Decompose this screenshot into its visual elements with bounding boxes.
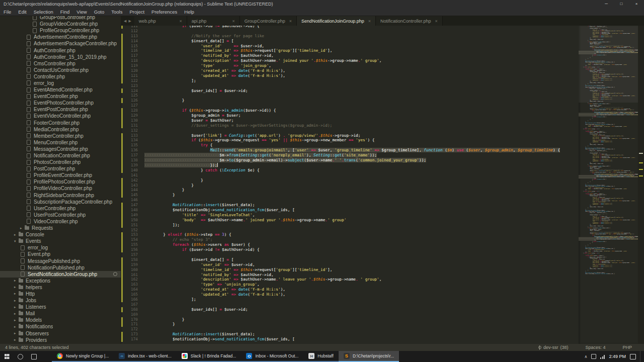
taskbar-app-code[interactable]: index.tsx - web-client... xyxy=(114,351,176,362)
task-view-button[interactable] xyxy=(27,351,41,362)
sidebar-item-FooterController.php[interactable]: FooterController.php xyxy=(0,120,121,126)
code-line-145[interactable]: 145 } xyxy=(121,193,579,198)
chevron-right-icon[interactable]: ▸ xyxy=(14,292,19,296)
code-line-135[interactable]: 135 try { xyxy=(121,143,579,148)
sidebar-item-Exceptions[interactable]: ▸Exceptions xyxy=(0,278,121,284)
code-line-132[interactable]: 132 xyxy=(121,128,579,133)
code-line-137[interactable]: 137································$m->f… xyxy=(121,153,579,158)
code-line-121[interactable]: 121 'updated_at' => date('Y-m-d H:i:s'), xyxy=(121,73,579,78)
sidebar-item-Http[interactable]: ▸Http xyxy=(0,291,121,297)
code-line-131[interactable]: 131 //$user_settings = $user->getUserSet… xyxy=(121,123,579,128)
menu-preferences[interactable]: Preferences xyxy=(148,9,181,15)
chevron-right-icon[interactable]: ▸ xyxy=(20,226,25,230)
chevron-right-icon[interactable]: ▸ xyxy=(14,318,19,322)
sidebar-item-Listeners[interactable]: ▸Listeners xyxy=(0,304,121,310)
sidebar-item-AuthController.php[interactable]: AuthController.php xyxy=(0,47,121,53)
taskbar-app-outlook[interactable]: Inbox - Microsoft Out... xyxy=(241,351,303,362)
code-line-140[interactable]: 140 } catch (\Exception $e) { xyxy=(121,168,579,173)
sidebar-item-EventPostController.php[interactable]: EventPostController.php xyxy=(0,106,121,113)
tab-NotificationController.php[interactable]: NotificationController.php× xyxy=(376,16,443,26)
code-line-116[interactable]: 116 'timeline_id' => $this->request['gro… xyxy=(121,48,579,53)
chevron-down-icon[interactable]: ▾ xyxy=(14,239,19,243)
sidebar-item-SubscriptionPackageController.php[interactable]: SubscriptionPackageController.php xyxy=(0,199,121,205)
code-line-169[interactable]: 169 xyxy=(121,312,579,317)
code-line-127[interactable]: 127 xyxy=(121,103,579,108)
sidebar-item-MemberController.php[interactable]: MemberController.php xyxy=(0,133,121,139)
sidebar-item-NotificationPublished.php[interactable]: NotificationPublished.php xyxy=(0,264,121,271)
sidebar-item-helpers[interactable]: ▸helpers xyxy=(0,284,121,291)
code-line-157[interactable]: 157 xyxy=(121,252,579,257)
code-line-155[interactable]: 155 foreach ($this->users as $user) { xyxy=(121,242,579,247)
clock[interactable]: 2:49 PM xyxy=(609,354,626,359)
maximize-button[interactable]: □ xyxy=(614,0,629,8)
sidebar-item-SendNotificationJoinGroup.php[interactable]: SendNotificationJoinGroup.php xyxy=(0,271,121,278)
vertical-scrollbar[interactable] xyxy=(638,26,644,344)
sidebar-item-Controller.php[interactable]: Controller.php xyxy=(0,73,121,80)
tab-scroll-right-icon[interactable]: ▶ xyxy=(128,19,131,23)
code-line-174[interactable]: 174 $notificationObj->send_notification_… xyxy=(121,337,579,342)
sidebar-item-error_log[interactable]: error_log xyxy=(0,244,121,251)
minimize-button[interactable]: ─ xyxy=(599,0,614,8)
tab-web.php[interactable]: web.php× xyxy=(134,16,187,26)
code-line-168[interactable]: 168 $user_ids[] = $user->id; xyxy=(121,307,579,312)
minimap-viewport[interactable] xyxy=(579,26,638,103)
code-line-160[interactable]: 160 'timeline_id' => $this->request['gro… xyxy=(121,267,579,273)
sidebar-item-ProfileGroupController.php[interactable]: ProfileGroupController.php xyxy=(0,27,121,34)
code-line-144[interactable]: 144 } xyxy=(121,188,579,193)
sidebar-item-CmsController.php[interactable]: CmsController.php xyxy=(0,60,121,67)
sidebar-item-NotificationController.php[interactable]: NotificationController.php xyxy=(0,152,121,159)
minimap[interactable]: if ($user->id != $authUser->id) { //Noti… xyxy=(579,26,638,344)
code-line-161[interactable]: 161 'notified_by' => $authUser->id, xyxy=(121,273,579,278)
code-line-130[interactable]: 130 $user = $authUser; xyxy=(121,118,579,123)
code-line-154[interactable]: 154 // echo "step 3"; xyxy=(121,237,579,242)
code-line-173[interactable]: 173 Notification::insert($insert_data); xyxy=(121,332,579,337)
code-line-134[interactable]: 134 if ($this->group->new_request == 'ye… xyxy=(121,138,579,143)
sidebar-item-UserPostController.php[interactable]: UserPostController.php xyxy=(0,212,121,218)
code-line-115[interactable]: 115 'user_id' => $user->id, xyxy=(121,44,579,49)
code-line-162[interactable]: 162 'description' => $authUser->name.' l… xyxy=(121,277,579,282)
menu-help[interactable]: Help xyxy=(181,9,198,15)
chevron-right-icon[interactable]: ▸ xyxy=(14,312,19,316)
sidebar-item-Notifications[interactable]: ▸Notifications xyxy=(0,323,121,330)
tab-SendNotificationJoinGroup.php[interactable]: SendNotificationJoinGroup.php× xyxy=(297,16,376,26)
code-line-151[interactable]: 151 ]); xyxy=(121,223,579,228)
code-line-166[interactable]: 166 ]; xyxy=(121,297,579,302)
code-line-170[interactable]: 170 } xyxy=(121,317,579,322)
code-line-147[interactable]: 147 Notification::insert($insert_data); xyxy=(121,203,579,208)
syntax-setting[interactable]: PHP xyxy=(622,345,632,350)
code-line-158[interactable]: 158 $insert_data[] = [ xyxy=(121,257,579,262)
code-line-124[interactable]: 124 $user_ids[] = $user->id; xyxy=(121,88,579,94)
code-line-113[interactable]: 113 //Notify the user for page like xyxy=(121,34,579,39)
code-editor[interactable]: 111 if ($user->id != $authUser->id) {112… xyxy=(121,26,644,344)
chevron-right-icon[interactable]: ▸ xyxy=(14,338,19,342)
action-center-icon[interactable] xyxy=(630,354,636,359)
sidebar-item-EventVideoController.php[interactable]: EventVideoController.php xyxy=(0,113,121,119)
menu-tools[interactable]: Tools xyxy=(108,9,126,15)
taskbar-app-chrome[interactable]: Newly single Group |... xyxy=(52,351,114,362)
menu-selection[interactable]: Selection xyxy=(30,9,57,15)
cortana-button[interactable] xyxy=(14,351,27,362)
chevron-right-icon[interactable]: ▸ xyxy=(14,285,19,289)
chevron-right-icon[interactable]: ▸ xyxy=(14,325,19,329)
taskbar-app-sublime[interactable]: D:\Chetan\projects\r... xyxy=(339,351,399,362)
sidebar-item-Mail[interactable]: ▸Mail xyxy=(0,310,121,317)
code-line-149[interactable]: 149 'title' => 'SinglesLoveToChat', xyxy=(121,213,579,218)
code-line-120[interactable]: 120 'created_at' => date('Y-m-d H:i:s'), xyxy=(121,68,579,73)
chevron-right-icon[interactable]: ▸ xyxy=(14,299,19,303)
taskbar-app-slack[interactable]: Slack | ! Brinda Fadad... xyxy=(177,351,242,362)
code-line-114[interactable]: 114 $insert_data[] = [ xyxy=(121,39,579,44)
sidebar-item-GroupPostController.php[interactable]: GroupPostController.php xyxy=(0,16,121,21)
code-line-156[interactable]: 156 if ($user->id != $authUser->id) { xyxy=(121,247,579,252)
sidebar-item-AdvertisementPackageController.php[interactable]: AdvertisementPackageController.php xyxy=(0,40,121,47)
sidebar-item-MenuController.php[interactable]: MenuController.php xyxy=(0,139,121,146)
sidebar-item-ProfilePhotosController.php[interactable]: ProfilePhotosController.php xyxy=(0,178,121,185)
chevron-right-icon[interactable]: ▸ xyxy=(14,305,19,309)
sidebar-item-UserController.php[interactable]: UserController.php xyxy=(0,205,121,212)
chevron-right-icon[interactable]: ▸ xyxy=(14,233,19,237)
menu-project[interactable]: Project xyxy=(126,9,148,15)
sidebar-item-GroupVideoController.php[interactable]: GroupVideoController.php xyxy=(0,21,121,27)
menu-file[interactable]: File xyxy=(0,9,15,15)
sidebar-item-VideoController.php[interactable]: VideoController.php xyxy=(0,218,121,225)
sidebar-item-RightSidebarController.php[interactable]: RightSidebarController.php xyxy=(0,192,121,199)
tab-api.php[interactable]: api.php× xyxy=(187,16,240,26)
